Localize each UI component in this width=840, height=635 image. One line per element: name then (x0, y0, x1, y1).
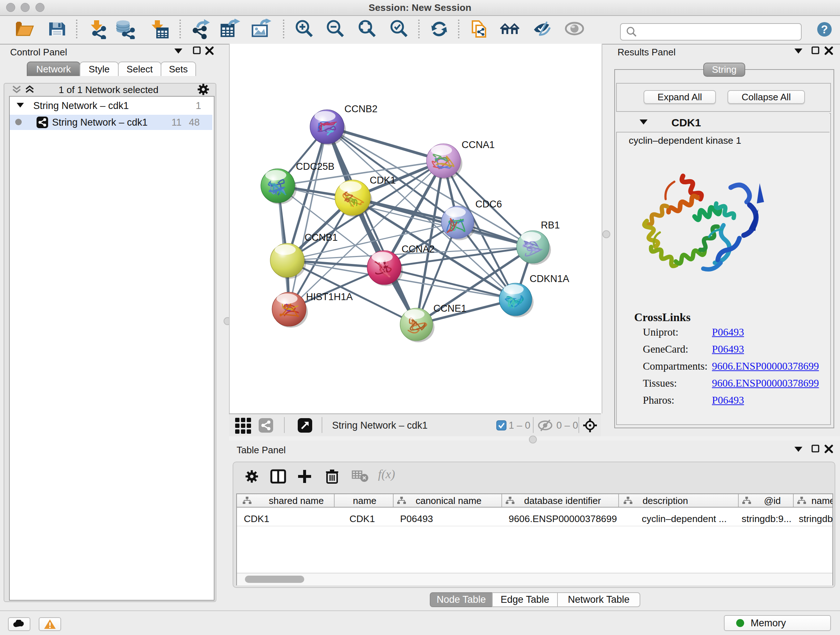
svg-text:CCNE1: CCNE1 (433, 303, 467, 314)
svg-text:CCNB2: CCNB2 (344, 103, 378, 114)
svg-text:CDKN1A: CDKN1A (530, 273, 569, 284)
svg-text:HIST1H1A: HIST1H1A (306, 291, 353, 302)
svg-text:CCNA2: CCNA2 (401, 244, 435, 255)
svg-text:?: ? (821, 23, 828, 36)
svg-text:CCNB1: CCNB1 (305, 232, 338, 243)
svg-text:CCNA1: CCNA1 (462, 139, 495, 150)
svg-text:CDC6: CDC6 (475, 199, 502, 210)
svg-text:CDC25B: CDC25B (296, 161, 335, 172)
svg-text:CDK1: CDK1 (370, 175, 396, 186)
svg-text:RB1: RB1 (541, 220, 560, 231)
